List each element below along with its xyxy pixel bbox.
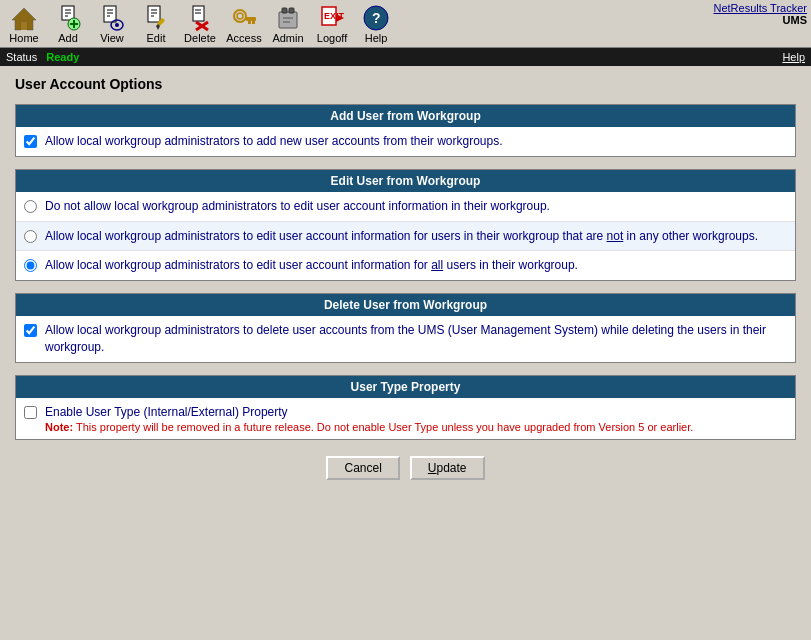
edit-option-2-text: Allow local workgroup administrators to … xyxy=(45,228,758,245)
section-delete-user: Delete User from Workgroup Allow local w… xyxy=(15,293,796,363)
nav-view[interactable]: View xyxy=(92,4,132,44)
status-bar: Status Ready Help xyxy=(0,48,811,66)
app-title: NetResults Tracker UMS xyxy=(713,2,807,26)
usertype-option-1-content: Enable User Type (Internal/External) Pro… xyxy=(45,404,693,433)
nav-access[interactable]: Access xyxy=(224,4,264,44)
svg-rect-31 xyxy=(279,12,297,28)
app-subtitle: UMS xyxy=(783,14,807,26)
section-edit-user: Edit User from Workgroup Do not allow lo… xyxy=(15,169,796,281)
edit-option-1: Do not allow local workgroup administrat… xyxy=(16,192,795,222)
svg-rect-33 xyxy=(289,8,294,13)
delete-icon xyxy=(186,4,214,32)
update-button[interactable]: Update xyxy=(410,456,485,480)
svg-rect-1 xyxy=(21,22,27,30)
ready-status: Ready xyxy=(46,51,79,63)
nav-home-label: Home xyxy=(9,32,38,44)
nav-help-label: Help xyxy=(365,32,388,44)
home-icon xyxy=(10,4,38,32)
add-checkbox-1[interactable] xyxy=(24,135,37,148)
add-option-1: Allow local workgroup administrators to … xyxy=(16,127,795,156)
svg-point-14 xyxy=(115,23,119,27)
nav-edit-label: Edit xyxy=(147,32,166,44)
svg-rect-32 xyxy=(282,8,287,13)
section-add-user-header: Add User from Workgroup xyxy=(16,105,795,127)
view-icon xyxy=(98,4,126,32)
nav-logoff[interactable]: EXIT Logoff xyxy=(312,4,352,44)
cancel-button[interactable]: Cancel xyxy=(326,456,399,480)
logoff-icon: EXIT xyxy=(318,4,346,32)
section-delete-user-header: Delete User from Workgroup xyxy=(16,294,795,316)
section-edit-user-body: Do not allow local workgroup administrat… xyxy=(16,192,795,280)
usertype-main-text: Enable User Type (Internal/External) Pro… xyxy=(45,404,693,421)
nav-add-label: Add xyxy=(58,32,78,44)
edit-radio-1[interactable] xyxy=(24,200,37,213)
section-add-user: Add User from Workgroup Allow local work… xyxy=(15,104,796,157)
section-edit-user-header: Edit User from Workgroup xyxy=(16,170,795,192)
nav-admin-label: Admin xyxy=(272,32,303,44)
nav-access-label: Access xyxy=(226,32,261,44)
edit-radio-3[interactable] xyxy=(24,259,37,272)
svg-point-27 xyxy=(237,13,243,19)
svg-point-26 xyxy=(234,10,246,22)
add-option-1-text: Allow local workgroup administrators to … xyxy=(45,133,503,150)
status-label: Status xyxy=(6,51,37,63)
nav-home[interactable]: Home xyxy=(4,4,44,44)
app-title-link[interactable]: NetResults Tracker xyxy=(713,2,807,14)
svg-rect-30 xyxy=(248,21,251,24)
status-area: Status Ready xyxy=(6,51,79,63)
usertype-note: Note: This property will be removed in a… xyxy=(45,421,693,433)
usertype-option-1: Enable User Type (Internal/External) Pro… xyxy=(16,398,795,439)
section-delete-user-body: Allow local workgroup administrators to … xyxy=(16,316,795,362)
button-row: Cancel Update xyxy=(15,456,796,480)
delete-checkbox-1[interactable] xyxy=(24,324,37,337)
svg-rect-9 xyxy=(104,6,116,22)
nav-delete[interactable]: Delete xyxy=(180,4,220,44)
section-user-type: User Type Property Enable User Type (Int… xyxy=(15,375,796,440)
delete-option-1: Allow local workgroup administrators to … xyxy=(16,316,795,362)
help-icon: ? xyxy=(362,4,390,32)
nav-delete-label: Delete xyxy=(184,32,216,44)
nav-help[interactable]: ? Help xyxy=(356,4,396,44)
section-user-type-header: User Type Property xyxy=(16,376,795,398)
main-content: User Account Options Add User from Workg… xyxy=(0,66,811,640)
svg-text:?: ? xyxy=(372,10,381,26)
edit-option-3-text: Allow local workgroup administrators to … xyxy=(45,257,578,274)
page-title: User Account Options xyxy=(15,76,796,92)
nav-admin[interactable]: Admin xyxy=(268,4,308,44)
edit-option-3: Allow local workgroup administrators to … xyxy=(16,251,795,280)
svg-rect-28 xyxy=(246,17,256,21)
nav-view-label: View xyxy=(100,32,124,44)
edit-icon xyxy=(142,4,170,32)
add-icon xyxy=(54,4,82,32)
section-user-type-body: Enable User Type (Internal/External) Pro… xyxy=(16,398,795,439)
nav-logoff-label: Logoff xyxy=(317,32,347,44)
top-nav: Home Add View xyxy=(0,0,811,48)
nav-add[interactable]: Add xyxy=(48,4,88,44)
edit-option-2: Allow local workgroup administrators to … xyxy=(16,222,795,252)
section-add-user-body: Allow local workgroup administrators to … xyxy=(16,127,795,156)
edit-option-1-text: Do not allow local workgroup administrat… xyxy=(45,198,550,215)
svg-rect-29 xyxy=(252,21,255,24)
svg-rect-15 xyxy=(148,6,160,22)
nav-edit[interactable]: Edit xyxy=(136,4,176,44)
usertype-checkbox-1[interactable] xyxy=(24,406,37,419)
svg-text:EXIT: EXIT xyxy=(324,11,345,21)
help-link[interactable]: Help xyxy=(782,51,805,63)
delete-option-1-text: Allow local workgroup administrators to … xyxy=(45,322,787,356)
admin-icon xyxy=(274,4,302,32)
access-icon xyxy=(230,4,258,32)
edit-radio-2[interactable] xyxy=(24,230,37,243)
